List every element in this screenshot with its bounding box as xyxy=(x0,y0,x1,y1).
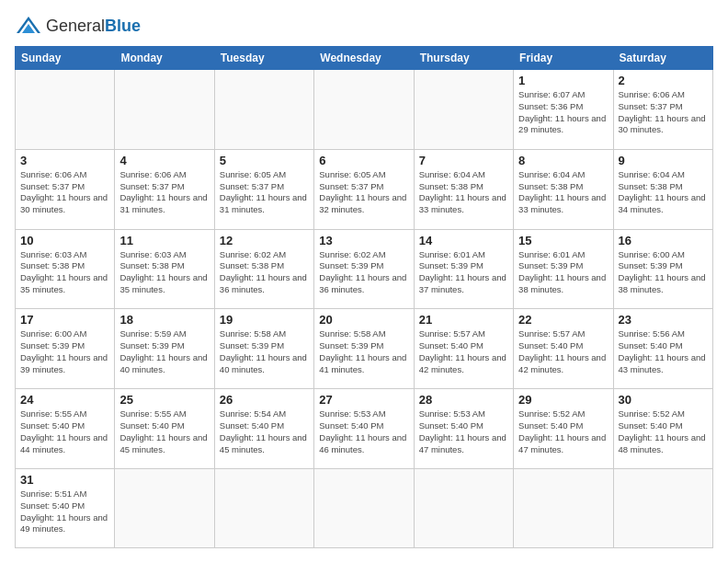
day-cell: 26Sunrise: 5:54 AM Sunset: 5:40 PM Dayli… xyxy=(214,389,313,469)
day-cell: 10Sunrise: 6:03 AM Sunset: 5:38 PM Dayli… xyxy=(16,229,115,309)
day-cell: 30Sunrise: 5:52 AM Sunset: 5:40 PM Dayli… xyxy=(613,389,712,469)
day-info: Sunrise: 6:04 AM Sunset: 5:38 PM Dayligh… xyxy=(518,169,608,216)
day-cell: 25Sunrise: 5:55 AM Sunset: 5:40 PM Dayli… xyxy=(115,389,214,469)
day-info: Sunrise: 5:58 AM Sunset: 5:39 PM Dayligh… xyxy=(319,328,408,375)
day-info: Sunrise: 6:01 AM Sunset: 5:39 PM Dayligh… xyxy=(518,249,608,296)
week-row-5: 24Sunrise: 5:55 AM Sunset: 5:40 PM Dayli… xyxy=(16,389,713,469)
day-info: Sunrise: 5:56 AM Sunset: 5:40 PM Dayligh… xyxy=(619,328,708,375)
logo-blue: Blue xyxy=(105,17,141,35)
day-number: 10 xyxy=(20,234,109,247)
week-row-2: 3Sunrise: 6:06 AM Sunset: 5:37 PM Daylig… xyxy=(16,149,713,229)
day-info: Sunrise: 6:02 AM Sunset: 5:39 PM Dayligh… xyxy=(319,249,408,296)
day-info: Sunrise: 6:03 AM Sunset: 5:38 PM Dayligh… xyxy=(20,249,109,296)
day-cell xyxy=(613,468,712,547)
day-cell: 18Sunrise: 5:59 AM Sunset: 5:39 PM Dayli… xyxy=(115,309,214,389)
day-number: 17 xyxy=(20,313,109,327)
day-info: Sunrise: 6:05 AM Sunset: 5:37 PM Dayligh… xyxy=(220,169,309,216)
day-info: Sunrise: 5:59 AM Sunset: 5:39 PM Dayligh… xyxy=(119,328,209,375)
day-number: 18 xyxy=(119,313,209,327)
day-cell: 2Sunrise: 6:06 AM Sunset: 5:37 PM Daylig… xyxy=(613,70,712,150)
day-number: 2 xyxy=(619,74,708,87)
weekday-sunday: Sunday xyxy=(16,47,115,70)
day-info: Sunrise: 6:01 AM Sunset: 5:39 PM Dayligh… xyxy=(419,249,508,296)
logo: GeneralBlue xyxy=(15,15,141,37)
day-number: 13 xyxy=(319,234,408,247)
day-cell: 24Sunrise: 5:55 AM Sunset: 5:40 PM Dayli… xyxy=(16,389,115,469)
day-number: 5 xyxy=(220,154,309,167)
day-cell: 8Sunrise: 6:04 AM Sunset: 5:38 PM Daylig… xyxy=(514,149,613,229)
day-cell: 21Sunrise: 5:57 AM Sunset: 5:40 PM Dayli… xyxy=(414,309,513,389)
day-cell: 23Sunrise: 5:56 AM Sunset: 5:40 PM Dayli… xyxy=(613,309,712,389)
day-number: 31 xyxy=(20,473,109,487)
day-cell: 7Sunrise: 6:04 AM Sunset: 5:38 PM Daylig… xyxy=(414,149,513,229)
day-cell xyxy=(414,468,513,547)
weekday-monday: Monday xyxy=(115,47,214,70)
day-cell: 1Sunrise: 6:07 AM Sunset: 5:36 PM Daylig… xyxy=(514,70,613,150)
weekday-thursday: Thursday xyxy=(414,47,513,70)
week-row-3: 10Sunrise: 6:03 AM Sunset: 5:38 PM Dayli… xyxy=(16,229,713,309)
day-cell xyxy=(214,70,313,150)
day-cell xyxy=(214,468,313,547)
day-cell: 6Sunrise: 6:05 AM Sunset: 5:37 PM Daylig… xyxy=(314,149,414,229)
day-cell: 17Sunrise: 6:00 AM Sunset: 5:39 PM Dayli… xyxy=(16,309,115,389)
day-number: 23 xyxy=(619,313,708,327)
day-info: Sunrise: 6:05 AM Sunset: 5:37 PM Dayligh… xyxy=(319,169,408,216)
day-info: Sunrise: 5:54 AM Sunset: 5:40 PM Dayligh… xyxy=(220,408,309,455)
day-number: 24 xyxy=(20,393,109,407)
day-info: Sunrise: 5:52 AM Sunset: 5:40 PM Dayligh… xyxy=(619,408,708,455)
day-cell xyxy=(514,468,613,547)
day-cell: 13Sunrise: 6:02 AM Sunset: 5:39 PM Dayli… xyxy=(314,229,414,309)
logo-general: General xyxy=(46,17,105,35)
day-cell: 9Sunrise: 6:04 AM Sunset: 5:38 PM Daylig… xyxy=(613,149,712,229)
day-info: Sunrise: 5:57 AM Sunset: 5:40 PM Dayligh… xyxy=(518,328,608,375)
day-cell: 3Sunrise: 6:06 AM Sunset: 5:37 PM Daylig… xyxy=(16,149,115,229)
day-number: 11 xyxy=(119,234,209,247)
day-number: 16 xyxy=(619,234,708,247)
logo-text: GeneralBlue xyxy=(46,17,141,36)
week-row-1: 1Sunrise: 6:07 AM Sunset: 5:36 PM Daylig… xyxy=(16,70,713,150)
day-number: 4 xyxy=(119,154,209,167)
day-info: Sunrise: 5:53 AM Sunset: 5:40 PM Dayligh… xyxy=(319,408,408,455)
day-cell: 15Sunrise: 6:01 AM Sunset: 5:39 PM Dayli… xyxy=(514,229,613,309)
day-cell: 11Sunrise: 6:03 AM Sunset: 5:38 PM Dayli… xyxy=(115,229,214,309)
weekday-tuesday: Tuesday xyxy=(214,47,313,70)
day-info: Sunrise: 5:53 AM Sunset: 5:40 PM Dayligh… xyxy=(419,408,508,455)
day-number: 8 xyxy=(518,154,608,167)
day-cell: 4Sunrise: 6:06 AM Sunset: 5:37 PM Daylig… xyxy=(115,149,214,229)
day-info: Sunrise: 5:57 AM Sunset: 5:40 PM Dayligh… xyxy=(419,328,508,375)
weekday-friday: Friday xyxy=(514,47,613,70)
day-info: Sunrise: 6:06 AM Sunset: 5:37 PM Dayligh… xyxy=(619,89,708,136)
header: GeneralBlue xyxy=(15,15,713,37)
day-info: Sunrise: 5:51 AM Sunset: 5:40 PM Dayligh… xyxy=(20,488,109,535)
day-cell: 14Sunrise: 6:01 AM Sunset: 5:39 PM Dayli… xyxy=(414,229,513,309)
day-cell: 22Sunrise: 5:57 AM Sunset: 5:40 PM Dayli… xyxy=(514,309,613,389)
day-info: Sunrise: 6:06 AM Sunset: 5:37 PM Dayligh… xyxy=(119,169,209,216)
day-info: Sunrise: 6:07 AM Sunset: 5:36 PM Dayligh… xyxy=(518,89,608,136)
week-row-4: 17Sunrise: 6:00 AM Sunset: 5:39 PM Dayli… xyxy=(16,309,713,389)
day-number: 30 xyxy=(619,393,708,407)
day-cell xyxy=(115,70,214,150)
day-number: 12 xyxy=(220,234,309,247)
day-cell: 12Sunrise: 6:02 AM Sunset: 5:38 PM Dayli… xyxy=(214,229,313,309)
day-info: Sunrise: 6:02 AM Sunset: 5:38 PM Dayligh… xyxy=(220,249,309,296)
weekday-header-row: SundayMondayTuesdayWednesdayThursdayFrid… xyxy=(16,47,713,70)
weekday-saturday: Saturday xyxy=(613,47,712,70)
week-row-6: 31Sunrise: 5:51 AM Sunset: 5:40 PM Dayli… xyxy=(16,468,713,547)
day-info: Sunrise: 6:03 AM Sunset: 5:38 PM Dayligh… xyxy=(119,249,209,296)
calendar-table: SundayMondayTuesdayWednesdayThursdayFrid… xyxy=(15,46,713,548)
day-cell: 16Sunrise: 6:00 AM Sunset: 5:39 PM Dayli… xyxy=(613,229,712,309)
day-number: 20 xyxy=(319,313,408,327)
day-cell xyxy=(16,70,115,150)
day-number: 26 xyxy=(220,393,309,407)
day-info: Sunrise: 6:00 AM Sunset: 5:39 PM Dayligh… xyxy=(20,328,109,375)
day-cell xyxy=(115,468,214,547)
page: GeneralBlue SundayMondayTuesdayWednesday… xyxy=(0,0,728,563)
day-cell: 20Sunrise: 5:58 AM Sunset: 5:39 PM Dayli… xyxy=(314,309,414,389)
day-cell: 28Sunrise: 5:53 AM Sunset: 5:40 PM Dayli… xyxy=(414,389,513,469)
day-info: Sunrise: 6:04 AM Sunset: 5:38 PM Dayligh… xyxy=(619,169,708,216)
day-info: Sunrise: 6:00 AM Sunset: 5:39 PM Dayligh… xyxy=(619,249,708,296)
day-number: 7 xyxy=(419,154,508,167)
day-number: 28 xyxy=(419,393,508,407)
day-info: Sunrise: 6:06 AM Sunset: 5:37 PM Dayligh… xyxy=(20,169,109,216)
day-number: 14 xyxy=(419,234,508,247)
